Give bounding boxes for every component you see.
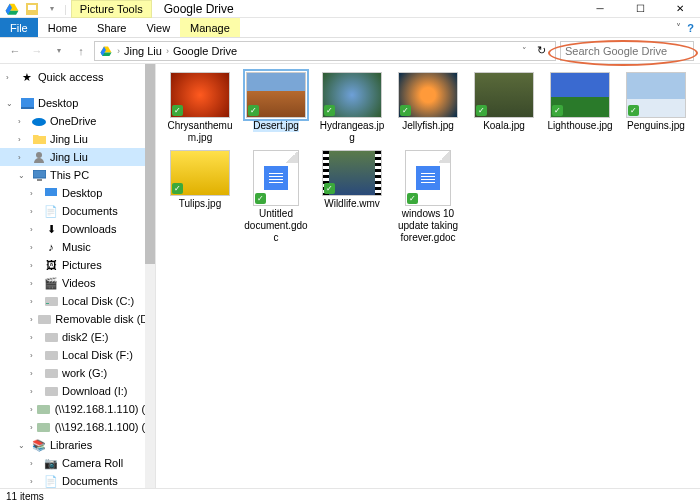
tab-home[interactable]: Home xyxy=(38,18,87,37)
file-item[interactable]: ✓windows 10 update taking forever.gdoc xyxy=(394,150,462,244)
chevron-right-icon[interactable]: › xyxy=(18,153,28,162)
nav-up-button[interactable]: ↑ xyxy=(72,42,90,60)
sidebar-music[interactable]: ›♪Music xyxy=(0,238,155,256)
svg-rect-18 xyxy=(45,333,58,342)
nav-recent-button[interactable]: ▾ xyxy=(50,42,68,60)
breadcrumb-root[interactable]: Jing Liu xyxy=(124,45,162,57)
chevron-right-icon[interactable]: › xyxy=(6,73,16,82)
file-name-label[interactable]: Koala.jpg xyxy=(483,120,525,132)
file-item[interactable]: ✓Tulips.jpg xyxy=(166,150,234,244)
sync-badge-icon: ✓ xyxy=(248,105,259,116)
help-icon[interactable]: ? xyxy=(687,22,694,34)
tab-file[interactable]: File xyxy=(0,18,38,37)
chevron-right-icon[interactable]: › xyxy=(18,117,28,126)
file-thumbnail[interactable]: ✓ xyxy=(170,150,230,196)
pc-icon xyxy=(32,168,46,182)
breadcrumb[interactable]: › Jing Liu › Google Drive ˅ ↻ xyxy=(94,41,556,61)
tree-label: Videos xyxy=(62,277,95,289)
breadcrumb-folder[interactable]: Google Drive xyxy=(173,45,237,57)
nav-forward-button[interactable]: → xyxy=(28,42,46,60)
scrollbar-thumb[interactable] xyxy=(145,64,155,264)
file-name-label[interactable]: Jellyfish.jpg xyxy=(402,120,454,132)
sidebar-download-i[interactable]: ›Download (I:) xyxy=(0,382,155,400)
chevron-right-icon[interactable]: › xyxy=(18,135,28,144)
svg-rect-17 xyxy=(38,315,51,324)
sidebar-net-z[interactable]: ›(\\192.168.1.100) (Z:) xyxy=(0,418,155,436)
file-item[interactable]: ✓Jellyfish.jpg xyxy=(394,72,462,144)
file-item[interactable]: ✓Koala.jpg xyxy=(470,72,538,144)
chevron-down-icon[interactable]: ⌄ xyxy=(6,99,16,108)
sidebar-user-2[interactable]: › Jing Liu xyxy=(0,148,155,166)
file-item[interactable]: ✓Untitled document.gdoc xyxy=(242,150,310,244)
qat-save-icon[interactable] xyxy=(24,1,40,17)
minimize-button[interactable]: ─ xyxy=(580,0,620,18)
network-drive-icon xyxy=(37,420,51,434)
sidebar-lib-documents[interactable]: ›📄Documents xyxy=(0,472,155,488)
file-item[interactable]: ✓Hydrangeas.jpg xyxy=(318,72,386,144)
sidebar-downloads[interactable]: ›⬇Downloads xyxy=(0,220,155,238)
chevron-right-icon[interactable]: › xyxy=(117,46,120,56)
sidebar-camera-roll[interactable]: ›📷Camera Roll xyxy=(0,454,155,472)
file-thumbnail[interactable]: ✓ xyxy=(405,150,451,206)
sidebar-removable-d[interactable]: ›Removable disk (D:) xyxy=(0,310,155,328)
sidebar-user-1[interactable]: › Jing Liu xyxy=(0,130,155,148)
file-thumbnail[interactable]: ✓ xyxy=(246,72,306,118)
tab-manage[interactable]: Manage xyxy=(180,18,240,37)
file-item[interactable]: ✓Desert.jpg xyxy=(242,72,310,144)
file-thumbnail[interactable]: ✓ xyxy=(550,72,610,118)
file-item[interactable]: ✓Chrysanthemum.jpg xyxy=(166,72,234,144)
camera-icon: 📷 xyxy=(44,456,58,470)
file-name-label[interactable]: Desert.jpg xyxy=(253,120,299,132)
chevron-down-icon[interactable]: ⌄ xyxy=(18,171,28,180)
sidebar-documents[interactable]: ›📄Documents xyxy=(0,202,155,220)
sidebar-disk2-e[interactable]: ›disk2 (E:) xyxy=(0,328,155,346)
qat-down-icon[interactable]: ▾ xyxy=(44,1,60,17)
file-name-label[interactable]: windows 10 update taking forever.gdoc xyxy=(394,208,462,244)
file-name-label[interactable]: Wildlife.wmv xyxy=(324,198,380,210)
sidebar-net-y[interactable]: ›(\\192.168.1.110) (Y:) xyxy=(0,400,155,418)
sidebar-desktop[interactable]: ⌄ Desktop xyxy=(0,94,155,112)
file-name-label[interactable]: Tulips.jpg xyxy=(179,198,221,210)
sidebar-this-pc[interactable]: ⌄ This PC xyxy=(0,166,155,184)
file-thumbnail[interactable]: ✓ xyxy=(322,72,382,118)
search-input[interactable] xyxy=(565,45,700,57)
file-item[interactable]: ✓Lighthouse.jpg xyxy=(546,72,614,144)
sidebar-work-g[interactable]: ›work (G:) xyxy=(0,364,155,382)
sidebar-local-c[interactable]: ›Local Disk (C:) xyxy=(0,292,155,310)
file-thumbnail[interactable]: ✓ xyxy=(398,72,458,118)
sidebar-pc-desktop[interactable]: ›Desktop xyxy=(0,184,155,202)
svg-rect-23 xyxy=(37,423,50,432)
close-button[interactable]: ✕ xyxy=(660,0,700,18)
sidebar-quick-access[interactable]: › ★ Quick access xyxy=(0,68,155,86)
file-list[interactable]: ✓Chrysanthemum.jpg✓Desert.jpg✓Hydrangeas… xyxy=(156,64,700,488)
refresh-button[interactable]: ↻ xyxy=(531,44,551,57)
sidebar-libraries[interactable]: ⌄📚Libraries xyxy=(0,436,155,454)
sidebar-onedrive[interactable]: › OneDrive xyxy=(0,112,155,130)
file-name-label[interactable]: Lighthouse.jpg xyxy=(547,120,612,132)
sidebar-videos[interactable]: ›🎬Videos xyxy=(0,274,155,292)
file-thumbnail[interactable]: ✓ xyxy=(170,72,230,118)
navigation-pane[interactable]: › ★ Quick access ⌄ Desktop › OneDrive › … xyxy=(0,64,156,488)
tab-share[interactable]: Share xyxy=(87,18,136,37)
tree-label: Downloads xyxy=(62,223,116,235)
file-thumbnail[interactable]: ✓ xyxy=(474,72,534,118)
file-name-label[interactable]: Chrysanthemum.jpg xyxy=(166,120,234,144)
file-name-label[interactable]: Hydrangeas.jpg xyxy=(318,120,386,144)
tab-view[interactable]: View xyxy=(136,18,180,37)
maximize-button[interactable]: ☐ xyxy=(620,0,660,18)
ribbon-expand-icon[interactable]: ˅ xyxy=(676,22,681,33)
file-thumbnail[interactable]: ✓ xyxy=(626,72,686,118)
chevron-down-icon[interactable]: ⌄ xyxy=(18,441,28,450)
breadcrumb-dropdown-icon[interactable]: ˅ xyxy=(522,46,527,56)
file-name-label[interactable]: Penguins.jpg xyxy=(627,120,685,132)
chevron-right-icon[interactable]: › xyxy=(166,46,169,56)
search-box[interactable]: 🔍 xyxy=(560,41,694,61)
nav-back-button[interactable]: ← xyxy=(6,42,24,60)
sidebar-local-f[interactable]: ›Local Disk (F:) xyxy=(0,346,155,364)
sidebar-pictures[interactable]: ›🖼Pictures xyxy=(0,256,155,274)
file-item[interactable]: ✓Wildlife.wmv xyxy=(318,150,386,244)
file-thumbnail[interactable]: ✓ xyxy=(253,150,299,206)
file-thumbnail[interactable]: ✓ xyxy=(322,150,382,196)
file-item[interactable]: ✓Penguins.jpg xyxy=(622,72,690,144)
file-name-label[interactable]: Untitled document.gdoc xyxy=(242,208,310,244)
